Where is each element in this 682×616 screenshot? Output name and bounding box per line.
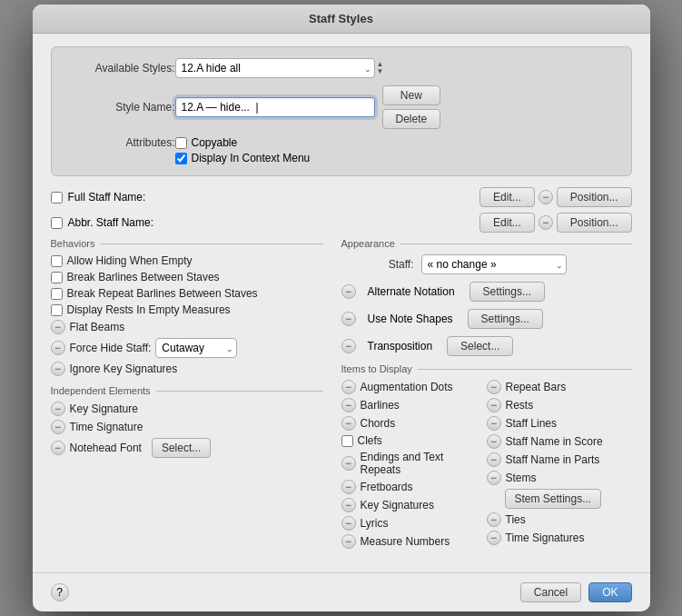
- available-styles-select[interactable]: 12.A hide all: [175, 58, 375, 78]
- items-col-2: −Repeat Bars −Rests −Staff Lines −Staff …: [487, 380, 632, 552]
- fretboards-minus[interactable]: −: [341, 480, 356, 494]
- full-name-minus[interactable]: −: [539, 190, 553, 204]
- staff-lines-minus[interactable]: −: [487, 416, 501, 431]
- aug-dots-minus[interactable]: −: [341, 380, 356, 394]
- staff-name-score-minus[interactable]: −: [487, 434, 501, 449]
- alt-notation-label: Alternate Notation: [368, 285, 455, 298]
- abbr-name-checkbox[interactable]: [51, 217, 63, 229]
- list-item: −Endings and Text Repeats: [341, 451, 487, 476]
- list-item: − Key Signature: [51, 402, 323, 416]
- display-context-label: Display In Context Menu: [192, 152, 311, 164]
- list-item: −Chords: [341, 416, 487, 431]
- break-repeat-checkbox[interactable]: [51, 288, 63, 300]
- ignore-key-minus[interactable]: −: [51, 362, 65, 376]
- full-name-checkbox[interactable]: [51, 192, 63, 204]
- list-item: − Notehead Font Select...: [51, 438, 323, 458]
- ties-minus[interactable]: −: [487, 512, 501, 527]
- new-button[interactable]: New: [382, 85, 441, 105]
- clefs-checkbox[interactable]: [341, 435, 353, 447]
- key-sigs-minus[interactable]: −: [341, 498, 356, 512]
- list-item: −Rests: [487, 398, 632, 412]
- list-item: −Lyrics: [341, 516, 487, 531]
- abbr-name-minus[interactable]: −: [539, 215, 553, 230]
- stems-minus[interactable]: −: [487, 471, 501, 485]
- right-column: Appearance Staff: « no change » − Altern…: [341, 238, 632, 552]
- appearance-header: Appearance: [341, 238, 632, 249]
- stem-settings-btn[interactable]: Stem Settings...: [505, 489, 602, 509]
- spin-buttons: ▲ ▼: [377, 61, 384, 75]
- list-item: Break Barlines Between Staves: [51, 271, 323, 283]
- left-column: Behaviors Allow Hiding When Empty Break …: [51, 238, 323, 552]
- help-button[interactable]: ?: [51, 583, 69, 601]
- items-list-1: −Augmentation Dots −Barlines −Chords Cle…: [341, 380, 487, 549]
- cancel-button[interactable]: Cancel: [520, 582, 581, 602]
- attributes-checkboxes: Copyable Display In Context Menu: [175, 136, 311, 164]
- staff-select-wrapper: « no change »: [421, 254, 567, 274]
- list-item: −Repeat Bars: [487, 380, 632, 394]
- time-sigs-minus[interactable]: −: [487, 531, 501, 545]
- attributes-label: Attributes:: [66, 136, 175, 149]
- time-sig-minus[interactable]: −: [51, 420, 65, 434]
- staff-row: Staff: « no change »: [341, 254, 632, 274]
- alternate-notation-row: − Alternate Notation Settings...: [341, 282, 632, 302]
- list-item: −Stems: [487, 471, 632, 485]
- rests-minus[interactable]: −: [487, 398, 501, 412]
- style-name-input[interactable]: [175, 97, 375, 117]
- transposition-row: − Transposition Select...: [341, 336, 632, 356]
- notehead-font-select-btn[interactable]: Select...: [152, 438, 211, 458]
- transposition-minus[interactable]: −: [341, 339, 356, 353]
- break-barlines-checkbox[interactable]: [51, 272, 63, 283]
- barlines-minus[interactable]: −: [341, 398, 356, 412]
- copyable-label: Copyable: [192, 136, 238, 149]
- measure-nums-minus[interactable]: −: [341, 534, 356, 549]
- list-item: −Staff Name in Parts: [487, 452, 632, 467]
- copyable-checkbox[interactable]: [175, 137, 187, 149]
- list-item: Allow Hiding When Empty: [51, 254, 323, 267]
- force-hide-minus[interactable]: −: [51, 341, 65, 355]
- allow-hiding-checkbox[interactable]: [51, 255, 63, 267]
- notehead-font-minus[interactable]: −: [51, 441, 65, 455]
- display-context-checkbox[interactable]: [175, 153, 187, 164]
- key-sig-minus[interactable]: −: [51, 402, 65, 416]
- full-name-label: Full Staff Name:: [68, 191, 146, 204]
- chords-minus[interactable]: −: [341, 416, 356, 431]
- dialog-title: Staff Styles: [33, 5, 650, 34]
- list-item: −Key Signatures: [341, 498, 487, 512]
- display-rests-checkbox[interactable]: [51, 304, 63, 316]
- spin-down[interactable]: ▼: [377, 68, 384, 75]
- full-name-edit-button[interactable]: Edit...: [479, 187, 535, 207]
- endings-minus[interactable]: −: [341, 456, 356, 471]
- ok-button[interactable]: OK: [588, 582, 631, 602]
- note-shapes-settings-btn[interactable]: Settings...: [468, 309, 543, 329]
- independent-header: Independent Elements: [51, 385, 323, 396]
- available-styles-label: Available Styles:: [66, 62, 175, 75]
- full-name-row: Full Staff Name: Edit... − Position...: [51, 187, 632, 207]
- list-item: − Flat Beams: [51, 320, 323, 334]
- abbr-name-position-button[interactable]: Position...: [557, 213, 632, 233]
- repeat-bars-minus[interactable]: −: [487, 380, 501, 394]
- full-name-position-button[interactable]: Position...: [557, 187, 632, 207]
- top-section: Available Styles: 12.A hide all ▲ ▼ Styl…: [51, 46, 632, 176]
- list-item: Break Repeat Barlines Between Staves: [51, 287, 323, 300]
- alt-notation-settings-btn[interactable]: Settings...: [469, 282, 545, 302]
- abbr-name-edit-button[interactable]: Edit...: [479, 213, 535, 233]
- items-to-display-header: Items to Display: [341, 363, 632, 374]
- staff-select[interactable]: « no change »: [421, 254, 567, 274]
- flat-beams-minus[interactable]: −: [51, 320, 65, 334]
- alt-notation-minus[interactable]: −: [341, 284, 356, 299]
- note-shapes-minus[interactable]: −: [341, 312, 356, 326]
- lyrics-minus[interactable]: −: [341, 516, 356, 531]
- items-to-display: −Augmentation Dots −Barlines −Chords Cle…: [341, 380, 632, 552]
- abbr-name-label: Abbr. Staff Name:: [68, 216, 154, 229]
- delete-button[interactable]: Delete: [382, 109, 441, 129]
- staff-label: Staff:: [341, 258, 414, 271]
- force-hide-select[interactable]: Cutaway: [155, 338, 237, 358]
- staff-name-parts-minus[interactable]: −: [487, 452, 501, 467]
- list-item: − Time Signature: [51, 420, 323, 434]
- list-item: Display Rests In Empty Measures: [51, 303, 323, 316]
- transposition-select-btn[interactable]: Select...: [447, 336, 513, 356]
- list-item: −Staff Name in Score: [487, 434, 632, 449]
- list-item: − Ignore Key Signatures: [51, 362, 323, 376]
- independent-list: − Key Signature − Time Signature − Noteh…: [51, 402, 323, 458]
- available-styles-wrapper: 12.A hide all: [175, 58, 375, 78]
